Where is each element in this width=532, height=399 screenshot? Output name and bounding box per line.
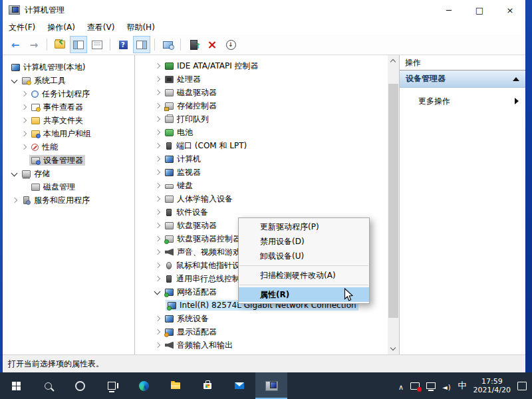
action-center-icon[interactable]: [517, 382, 527, 390]
context-menu-item[interactable]: 更新驱动程序(P): [239, 219, 369, 234]
tree-item[interactable]: 处理器: [135, 72, 399, 86]
tree-item-body[interactable]: 电池: [163, 127, 195, 138]
chevron-right-icon[interactable]: [152, 87, 163, 98]
tree-item-body[interactable]: 音频输入和输出: [163, 340, 235, 350]
action-pane-toggle-button[interactable]: [133, 36, 150, 53]
tree-item[interactable]: 本地用户和组: [3, 127, 134, 140]
scroll-down-icon[interactable]: [388, 343, 399, 354]
search-button[interactable]: [32, 372, 64, 399]
tree-item[interactable]: 共享文件夹: [3, 114, 134, 127]
tree-item[interactable]: 任务计划程序: [3, 87, 134, 100]
tree-item-body[interactable]: 系统设备: [163, 313, 211, 324]
tree-item[interactable]: 磁盘驱动器: [135, 86, 399, 99]
ime-icon[interactable]: 中: [458, 380, 467, 392]
tree-item-body[interactable]: 人体学输入设备: [163, 194, 235, 204]
menu-help[interactable]: 帮助(H): [120, 20, 160, 35]
chevron-up-icon[interactable]: [398, 380, 404, 392]
taskbar-clock[interactable]: 17:59 2021/4/20: [473, 377, 511, 394]
tree-item-body[interactable]: 本地用户和组: [29, 128, 93, 139]
task-view-button[interactable]: [96, 372, 128, 399]
tree-item-body[interactable]: IDE ATA/ATAPI 控制器: [163, 61, 261, 71]
menu-file[interactable]: 文件(F): [3, 20, 41, 35]
collapse-icon[interactable]: [513, 77, 519, 81]
tree-item-body[interactable]: 计算机: [163, 154, 203, 164]
chevron-right-icon[interactable]: [152, 61, 163, 71]
tree-item[interactable]: 存储控制器: [135, 99, 399, 112]
tree-item-body[interactable]: 处理器: [163, 74, 203, 84]
tree-item[interactable]: 设备管理器: [3, 154, 134, 167]
network-icon[interactable]: [426, 382, 436, 389]
tree-item[interactable]: 存储: [3, 167, 134, 180]
tree-item-body[interactable]: 端口 (COM 和 LPT): [163, 140, 249, 151]
tree-item-body[interactable]: 性能: [29, 142, 60, 152]
context-menu-item[interactable]: 禁用设备(D): [239, 234, 369, 249]
chevron-right-icon[interactable]: [152, 260, 163, 271]
chevron-right-icon[interactable]: [9, 195, 20, 205]
scroll-up-icon[interactable]: [388, 55, 399, 66]
chevron-right-icon[interactable]: [152, 180, 163, 191]
chevron-right-icon[interactable]: [152, 167, 163, 178]
context-menu-item[interactable]: 扫描检测硬件改动(A): [239, 268, 369, 283]
chevron-right-icon[interactable]: [152, 327, 163, 337]
tree-item-body[interactable]: 软件设备: [163, 207, 210, 217]
tree-item[interactable]: 端口 (COM 和 LPT): [135, 139, 399, 152]
chevron-right-icon[interactable]: [152, 233, 163, 244]
chevron-right-icon[interactable]: [19, 102, 29, 112]
tree-item[interactable]: 显示适配器: [135, 325, 399, 338]
back-arrow-button[interactable]: [7, 36, 24, 53]
chevron-right-icon[interactable]: [152, 194, 163, 204]
tree-item[interactable]: 系统设备: [135, 312, 399, 325]
chevron-right-icon[interactable]: [19, 128, 29, 139]
tree-item-body[interactable]: 系统工具: [20, 75, 68, 86]
disable-device-button[interactable]: [222, 36, 239, 53]
display-notification-icon[interactable]: [410, 382, 420, 390]
tree-item[interactable]: IDE ATA/ATAPI 控制器: [135, 59, 399, 72]
taskbar-active-computer-management[interactable]: [255, 372, 287, 399]
tree-item[interactable]: 计算机: [135, 152, 399, 166]
tree-item-body[interactable]: 鼠标和其他指针设备: [163, 260, 250, 271]
chevron-right-icon[interactable]: [152, 74, 163, 84]
store-button[interactable]: [192, 372, 223, 399]
close-button[interactable]: ×: [495, 0, 525, 20]
tree-item[interactable]: 系统工具: [3, 74, 134, 87]
chevron-right-icon[interactable]: [152, 114, 163, 124]
update-driver-button[interactable]: [185, 36, 202, 53]
scan-hardware-button[interactable]: [159, 36, 176, 53]
uninstall-device-button[interactable]: [203, 36, 221, 53]
volume-icon[interactable]: [442, 380, 452, 392]
folder-up-button[interactable]: [51, 36, 68, 53]
start-button[interactable]: [0, 372, 32, 399]
chevron-down-icon[interactable]: [9, 75, 20, 86]
scrollbar-thumb[interactable]: [388, 84, 398, 318]
edge-button[interactable]: [128, 372, 160, 399]
console-tree-toggle-button[interactable]: [70, 36, 87, 53]
properties-window-button[interactable]: [88, 36, 106, 53]
tree-item-body[interactable]: 共享文件夹: [29, 115, 85, 126]
chevron-right-icon[interactable]: [152, 313, 163, 324]
chevron-down-icon[interactable]: [152, 287, 163, 297]
maximize-button[interactable]: □: [464, 0, 495, 20]
tree-item-body[interactable]: 监视器: [163, 167, 203, 178]
more-actions-item[interactable]: 更多操作: [400, 93, 525, 109]
chevron-right-icon[interactable]: [152, 127, 163, 138]
chevron-right-icon[interactable]: [152, 340, 163, 350]
tree-item-body[interactable]: 显示适配器: [163, 327, 219, 337]
actions-group-device-manager[interactable]: 设备管理器: [400, 70, 525, 88]
tree-item-body[interactable]: 键盘: [163, 180, 195, 191]
tree-item[interactable]: 监视器: [135, 166, 399, 179]
tree-item-body[interactable]: 软盘驱动器控制器: [163, 233, 243, 244]
chevron-right-icon[interactable]: [152, 273, 163, 284]
menu-action[interactable]: 操作(A): [41, 20, 81, 35]
tree-item-body[interactable]: 通用串行总线控制器: [163, 273, 250, 284]
tree-item[interactable]: 事件查看器: [3, 100, 134, 114]
forward-arrow-button[interactable]: [25, 36, 43, 53]
tree-item-body[interactable]: 事件查看器: [29, 102, 85, 112]
context-menu-item[interactable]: 卸载设备(U): [239, 249, 369, 263]
tree-item[interactable]: 软件设备: [135, 205, 399, 219]
tree-item-body[interactable]: 存储控制器: [163, 100, 219, 111]
chevron-right-icon[interactable]: [152, 140, 163, 151]
tree-item[interactable]: 性能: [3, 140, 134, 154]
cortana-button[interactable]: [64, 372, 96, 399]
chevron-right-icon[interactable]: [152, 220, 163, 231]
chevron-right-icon[interactable]: [19, 142, 29, 152]
